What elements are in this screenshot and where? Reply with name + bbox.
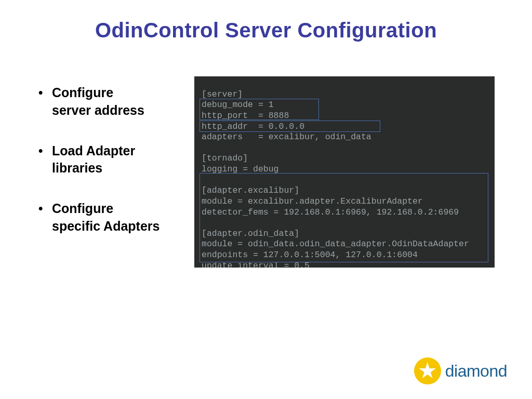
svg-point-6 (0, 290, 102, 399)
terminal-line: module = excalibur.adapter.ExcaliburAdap… (202, 196, 423, 206)
terminal-line: update_interval = 0.5 (202, 261, 310, 268)
terminal-line: endpoints = 127.0.0.1:5004, 127.0.0.1:60… (202, 250, 418, 260)
svg-point-0 (0, 274, 119, 399)
terminal-line: [server] (202, 89, 243, 99)
terminal-line: http_port = 8888 (202, 111, 289, 121)
terminal-line: [adapter.excalibur] (202, 185, 299, 195)
svg-point-7 (0, 291, 104, 399)
config-terminal: [server] debug_mode = 1 http_port = 8888… (194, 76, 495, 268)
bullet-line: libraries (52, 159, 185, 177)
bullet-line: server address (52, 102, 185, 119)
terminal-line: logging = debug (202, 164, 279, 174)
svg-point-5 (0, 285, 111, 399)
bullet-item: Configure server address (34, 84, 185, 119)
svg-point-8 (0, 297, 100, 399)
svg-point-2 (0, 281, 119, 399)
sunburst-icon (414, 357, 441, 384)
bullet-line: specific Adapters (52, 218, 185, 235)
terminal-line: [tornado] (202, 153, 248, 163)
svg-point-3 (0, 281, 111, 399)
bullet-line: Load Adapter (52, 142, 185, 160)
terminal-line: debug_mode = 1 (202, 100, 274, 110)
bullet-line: Configure (52, 200, 185, 218)
slide: OdinControl Server Configuration Configu… (0, 0, 532, 399)
slide-title: OdinControl Server Configuration (0, 19, 532, 42)
terminal-line: adapters = excalibur, odin_data (202, 132, 371, 142)
bullet-item: Load Adapter libraries (34, 142, 185, 178)
svg-point-1 (0, 274, 119, 399)
terminal-line: http_addr = 0.0.0.0 (202, 122, 304, 131)
bullet-item: Configure specific Adapters (34, 200, 185, 235)
svg-point-4 (0, 287, 111, 399)
terminal-line: [adapter.odin_data] (202, 229, 299, 238)
terminal-line: detector_fems = 192.168.0.1:6969, 192.16… (202, 207, 459, 217)
diamond-logo: diamond (414, 357, 507, 384)
bullet-list: Configure server address Load Adapter li… (34, 84, 185, 258)
logo-text: diamond (445, 362, 507, 381)
bullet-line: Configure (52, 84, 185, 102)
terminal-line: module = odin_data.odin_data_adapter.Odi… (202, 239, 469, 249)
